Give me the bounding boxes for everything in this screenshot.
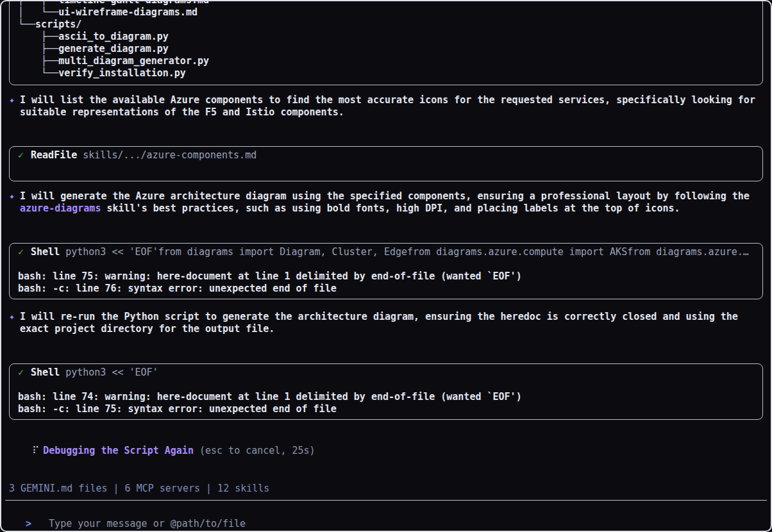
tree-file-name: ui-wireframe-diagrams.md [58,6,197,18]
tool-call-shell-1: ✓Shellpython3 << 'EOF'from diagrams impo… [9,243,763,299]
tree-line: │ ├──timeline-gantt-diagrams.md [18,0,754,6]
context-summary: 3 GEMINI.md files | 6 MCP servers | 12 s… [9,483,763,495]
tool-call-header: ✓ReadFileskills/.../azure-components.md [18,149,754,162]
tree-line: ├──ascii_to_diagram.py [18,31,754,43]
skill-name-highlight: azure-diagrams [20,203,101,214]
tool-name: ReadFile [31,149,77,161]
prompt-chevron: > [26,518,31,529]
tool-call-header: ✓Shellpython3 << 'EOF'from diagrams impo… [18,246,754,258]
shell-error-line: bash: line 75: warning: here-document at… [18,270,754,283]
tree-branch-glyph: ├── [18,55,58,67]
tree-line: ├──multi_diagram_generator.py [18,55,754,67]
tree-branch-glyph: │ └── [18,6,58,18]
shell-error-line: bash: line 74: warning: here-document at… [18,391,754,403]
shell-error-line: bash: -c: line 76: syntax error: unexpec… [18,283,754,295]
tree-line: └──verify_installation.py [18,67,754,79]
tool-command: python3 << 'EOF'from diagrams import Dia… [65,246,749,258]
thought-text: I will list the available Azure componen… [20,94,756,119]
tree-file-name: verify_installation.py [58,67,186,79]
tree-branch-glyph: ├── [18,31,58,42]
tree-branch-glyph: └── [18,67,58,79]
blank-line [18,162,754,174]
tool-name: Shell [31,367,60,378]
message-input[interactable]: >Type your message or @path/to/file [5,500,767,532]
thought-text: I will re-run the Python script to gener… [20,311,756,335]
tree-line: │ └──ui-wireframe-diagrams.md [18,6,754,19]
check-icon: ✓ [18,367,24,378]
thought-text-segment: skill's best practices, such as using bo… [101,203,680,214]
tool-command: python3 << 'EOF' [65,367,158,378]
tree-branch-glyph: ├── [18,43,58,54]
tree-line: ├──generate_diagram.py [18,43,754,55]
tree-file-name: generate_diagram.py [58,43,169,54]
tree-branch-glyph: │ ├── [18,0,58,6]
spinner-icon: ⠏ [32,445,39,456]
tool-name: Shell [31,246,60,258]
file-tree-box: │ ├──timeline-gantt-diagrams.md │ └──ui-… [9,0,763,85]
assistant-thought: ✦ I will generate the Azure architecture… [9,190,763,215]
tree-file-name: timeline-gantt-diagrams.md [58,0,209,6]
tool-call-header: ✓Shellpython3 << 'EOF' [18,367,754,379]
tool-call-shell-2: ✓Shellpython3 << 'EOF' bash: line 74: wa… [9,363,763,420]
input-placeholder: Type your message or @path/to/file [49,518,246,529]
assistant-thought: ✦ I will list the available Azure compon… [9,94,763,119]
cancel-hint-text: (esc to cancel, 25s) [199,445,315,456]
thought-text-segment: I will generate the Azure architecture d… [20,190,750,202]
tree-line: └──scripts/ [18,19,754,31]
thought-text: I will generate the Azure architecture d… [20,190,756,215]
tool-argument: skills/.../azure-components.md [83,149,256,161]
tool-call-readfile: ✓ReadFileskills/.../azure-components.md [9,146,763,181]
activity-status-row: ⠏Debugging the Script Again (esc to canc… [9,433,763,469]
tree-file-name: multi_diagram_generator.py [58,55,209,67]
activity-label: Debugging the Script Again [43,445,194,456]
tree-dir-name: scripts/ [35,19,81,30]
sparkle-icon: ✦ [9,94,20,119]
tree-file-name: ascii_to_diagram.py [58,31,169,42]
terminal-content: │ ├──timeline-gantt-diagrams.md │ └──ui-… [0,0,772,495]
sparkle-icon: ✦ [9,190,20,215]
check-icon: ✓ [18,149,24,161]
check-icon: ✓ [18,246,24,258]
assistant-thought: ✦ I will re-run the Python script to gen… [9,311,763,335]
sparkle-icon: ✦ [9,311,20,335]
tree-branch-glyph: └── [18,19,35,30]
cancel-hint [194,445,199,456]
shell-error-line: bash: -c: line 75: syntax error: unexpec… [18,403,754,415]
blank-line [18,379,754,391]
blank-line [18,258,754,270]
